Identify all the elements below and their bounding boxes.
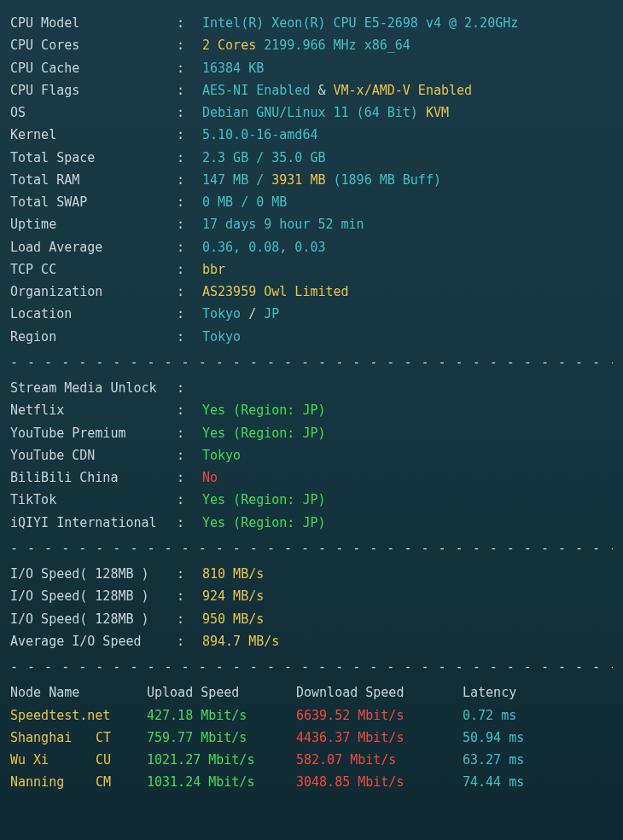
value-ram-buff: (1896 MB Buff): [334, 169, 441, 191]
value-cpu-flags-aes: AES-NI Enabled: [202, 79, 310, 101]
speed-latency: 74.44 ms: [463, 771, 565, 793]
label-total-swap: Total SWAP: [10, 191, 177, 213]
value-ytpremium: Yes (Region: JP): [202, 422, 326, 444]
separator: - - - - - - - - - - - - - - - - - - - - …: [10, 537, 613, 559]
label-os: OS: [10, 101, 177, 124]
value-cpu-cache: 16384 KB: [202, 57, 264, 79]
label-cpu-cores: CPU Cores: [10, 34, 177, 56]
row-iqiyi: iQIYI International : Yes (Region: JP): [10, 512, 613, 534]
row-cpu-model: CPU Model : Intel(R) Xeon(R) CPU E5-2698…: [10, 12, 613, 34]
row-io2: I/O Speed( 128MB ) : 924 MB/s: [10, 585, 613, 607]
speed-upload: 759.77 Mbit/s: [147, 727, 296, 749]
row-total-ram: Total RAM : 147 MB / 3931 MB (1896 MB Bu…: [10, 169, 613, 191]
speed-node-name: ShanghaiCT: [10, 727, 147, 749]
row-tcp: TCP CC : bbr: [10, 258, 613, 281]
separator: - - - - - - - - - - - - - - - - - - - - …: [10, 656, 613, 678]
speed-download: 3048.85 Mbit/s: [296, 771, 463, 793]
row-location: Location : Tokyo / JP: [10, 303, 613, 325]
value-tcp: bbr: [202, 258, 225, 281]
value-ram-total: 3931 MB: [271, 169, 325, 191]
speed-row: Wu XiCU1021.27 Mbit/s582.07 Mbit/s63.27 …: [10, 749, 613, 771]
value-ram-used: 147 MB: [202, 169, 248, 191]
label-cpu-cache: CPU Cache: [10, 57, 177, 79]
value-cpu-flags-vm: VM-x/AMD-V Enabled: [334, 79, 473, 101]
label-org: Organization: [10, 281, 177, 303]
header-latency: Latency: [463, 681, 565, 704]
label-stream-header: Stream Media Unlock: [10, 377, 177, 399]
row-cpu-cores: CPU Cores : 2 Cores 2199.966 MHz x86_64: [10, 34, 613, 56]
value-space-used: 2.3 GB: [202, 147, 248, 169]
speed-download: 4436.37 Mbit/s: [296, 727, 463, 749]
speed-upload: 1021.27 Mbit/s: [147, 749, 296, 771]
row-total-swap: Total SWAP : 0 MB / 0 MB: [10, 191, 613, 213]
row-cpu-cache: CPU Cache : 16384 KB: [10, 57, 613, 79]
speed-latency: 63.27 ms: [463, 749, 565, 771]
speed-latency: 50.94 ms: [463, 727, 565, 749]
value-io1: 810 MB/s: [202, 563, 264, 585]
row-io3: I/O Speed( 128MB ) : 950 MB/s: [10, 608, 613, 630]
value-location-country: JP: [264, 303, 279, 325]
row-region: Region : Tokyo: [10, 326, 613, 348]
speed-row: NanningCM1031.24 Mbit/s3048.85 Mbit/s74.…: [10, 771, 613, 793]
value-load: 0.36, 0.08, 0.03: [202, 236, 326, 258]
label-cpu-flags: CPU Flags: [10, 79, 177, 101]
row-bilibili: BiliBili China : No: [10, 466, 613, 489]
row-kernel: Kernel : 5.10.0-16-amd64: [10, 124, 613, 146]
speed-upload: 1031.24 Mbit/s: [147, 771, 296, 793]
label-region: Region: [10, 326, 177, 348]
label-cpu-model: CPU Model: [10, 12, 177, 34]
value-cpu-cores-extra: 2199.966 MHz x86_64: [264, 34, 410, 56]
speed-node-name: Wu XiCU: [10, 749, 147, 771]
value-io3: 950 MB/s: [202, 608, 264, 630]
row-uptime: Uptime : 17 days 9 hour 52 min: [10, 213, 613, 235]
speed-node-name: NanningCM: [10, 771, 147, 793]
label-uptime: Uptime: [10, 213, 177, 235]
speed-node-name: Speedtest.net: [10, 704, 147, 727]
value-ytcdn: Tokyo: [202, 444, 241, 466]
row-ytcdn: YouTube CDN : Tokyo: [10, 444, 613, 466]
label-iqiyi: iQIYI International: [10, 512, 177, 534]
label-location: Location: [10, 303, 177, 325]
label-ytcdn: YouTube CDN: [10, 444, 177, 466]
value-swap: 0 MB / 0 MB: [202, 191, 287, 213]
header-upload: Upload Speed: [147, 681, 296, 704]
label-total-ram: Total RAM: [10, 169, 177, 191]
value-cpu-cores: 2 Cores: [202, 34, 256, 56]
header-download: Download Speed: [296, 681, 463, 704]
label-bilibili: BiliBili China: [10, 466, 177, 489]
value-org: AS23959 Owl Limited: [202, 281, 349, 303]
value-bilibili: No: [202, 466, 218, 489]
row-os: OS : Debian GNU/Linux 11 (64 Bit) KVM: [10, 101, 613, 124]
row-cpu-flags: CPU Flags : AES-NI Enabled & VM-x/AMD-V …: [10, 79, 613, 101]
row-org: Organization : AS23959 Owl Limited: [10, 281, 613, 303]
row-stream-header: Stream Media Unlock :: [10, 377, 613, 399]
value-os-virt: KVM: [426, 101, 449, 124]
speed-download: 6639.52 Mbit/s: [296, 704, 463, 727]
row-ytpremium: YouTube Premium : Yes (Region: JP): [10, 422, 613, 444]
label-io1: I/O Speed( 128MB ): [10, 563, 177, 585]
row-netflix: Netflix : Yes (Region: JP): [10, 399, 613, 421]
row-total-space: Total Space : 2.3 GB / 35.0 GB: [10, 147, 613, 169]
label-total-space: Total Space: [10, 147, 177, 169]
value-io2: 924 MB/s: [202, 585, 264, 607]
value-location-city: Tokyo: [202, 303, 241, 325]
label-tiktok: TikTok: [10, 489, 177, 511]
label-io3: I/O Speed( 128MB ): [10, 608, 177, 630]
speed-row: Speedtest.net427.18 Mbit/s6639.52 Mbit/s…: [10, 704, 613, 727]
row-io1: I/O Speed( 128MB ) : 810 MB/s: [10, 563, 613, 585]
label-load: Load Average: [10, 236, 177, 258]
value-kernel: 5.10.0-16-amd64: [202, 124, 317, 146]
row-tiktok: TikTok : Yes (Region: JP): [10, 489, 613, 511]
label-tcp: TCP CC: [10, 258, 177, 281]
value-os: Debian GNU/Linux 11 (64 Bit): [202, 101, 418, 124]
speed-header: Node Name Upload Speed Download Speed La…: [10, 681, 613, 704]
value-region: Tokyo: [202, 326, 241, 348]
value-netflix: Yes (Region: JP): [202, 399, 326, 421]
value-iqiyi: Yes (Region: JP): [202, 512, 326, 534]
header-node: Node Name: [10, 681, 147, 704]
separator: - - - - - - - - - - - - - - - - - - - - …: [10, 351, 613, 374]
value-space-total: 35.0 GB: [271, 147, 325, 169]
value-cpu-model: Intel(R) Xeon(R) CPU E5-2698 v4 @ 2.20GH…: [202, 12, 518, 34]
label-ytpremium: YouTube Premium: [10, 422, 177, 444]
speed-row: ShanghaiCT759.77 Mbit/s4436.37 Mbit/s50.…: [10, 727, 613, 749]
